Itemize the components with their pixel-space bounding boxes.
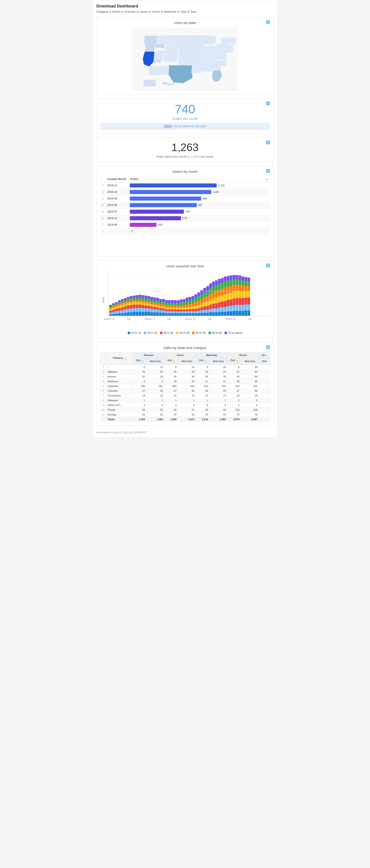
table-row: 2 Alabama 25 25 20 20 23 24 57 60 bbox=[100, 370, 270, 374]
table-row: 7 bbox=[100, 222, 105, 228]
svg-marker-29 bbox=[203, 54, 216, 60]
sort-icon: ▼ bbox=[266, 178, 268, 181]
orders-by-month-card: 🌐 Orders by month Created Month Orders ▼… bbox=[96, 166, 274, 257]
chart-bar-group bbox=[189, 297, 191, 316]
svg-marker-25 bbox=[206, 36, 216, 44]
order-items-card: 🌐 1,263 Order Items this month ▲ 1,010 L… bbox=[96, 137, 274, 162]
chart-bar-group bbox=[133, 296, 135, 316]
chart-bar-group bbox=[227, 276, 229, 316]
chart-bar-group bbox=[221, 278, 224, 316]
chart-bar-group bbox=[148, 296, 150, 316]
col-orders[interactable]: Orders ▼ bbox=[128, 176, 270, 182]
sales-by-state-table: Category ▲▼ Dresses Jeans Maternity Shor… bbox=[100, 352, 270, 422]
chart-bar-group bbox=[109, 305, 112, 316]
chart-bar-group bbox=[203, 288, 206, 316]
svg-marker-10 bbox=[164, 53, 178, 62]
page-footer: Generated on June 24, 2022 at 3:18 PM PD… bbox=[96, 429, 274, 434]
svg-marker-33 bbox=[214, 60, 221, 71]
table-row: 11 Georgia 31 32 34 34 13 13 75 76 bbox=[100, 412, 270, 417]
col-created-month: Created Month bbox=[105, 176, 128, 182]
legend-item: 20 to 29 bbox=[144, 331, 157, 335]
chart-bar-group bbox=[174, 300, 177, 316]
chart-bar-group bbox=[138, 295, 141, 316]
chart-bar-group bbox=[168, 300, 171, 316]
table-row: 6 bbox=[100, 215, 105, 222]
chart-bar-group bbox=[142, 295, 144, 316]
legend-item: 60 to 69 bbox=[208, 331, 222, 335]
orders-by-month-table: Created Month Orders ▼ 1 2019-11 1,151 2… bbox=[100, 176, 270, 235]
chart-bar-group bbox=[209, 283, 212, 316]
sales-table-card: 🌐 Sales by State and Category Category ▲… bbox=[96, 342, 274, 426]
chart-bar-group bbox=[206, 286, 209, 316]
chart-bar-group bbox=[159, 299, 162, 316]
svg-point-46 bbox=[167, 83, 171, 85]
table-row: 5 bbox=[100, 209, 105, 215]
chart-bar-group bbox=[150, 297, 153, 316]
order-items-number: 1,263 bbox=[100, 141, 270, 154]
chart-bar-group bbox=[171, 300, 174, 316]
legend-item: 70 or Above bbox=[224, 331, 242, 335]
arrow-up-icon: ▲ bbox=[187, 155, 191, 158]
chart-bar-group bbox=[215, 280, 218, 316]
svg-marker-9 bbox=[154, 51, 164, 60]
orders-month-card: 🌐 740 Orders this month 6% of 13444 for … bbox=[96, 98, 274, 134]
svg-marker-21 bbox=[192, 52, 204, 60]
svg-marker-7 bbox=[156, 35, 179, 45]
svg-marker-31 bbox=[202, 64, 209, 72]
svg-marker-35 bbox=[220, 60, 227, 66]
chart-bar-group bbox=[201, 290, 203, 316]
chart-bar-group bbox=[186, 298, 188, 316]
svg-marker-22 bbox=[192, 60, 203, 66]
y-axis-label: Users bbox=[102, 297, 105, 303]
chart-bar-group bbox=[130, 296, 132, 316]
map-container bbox=[100, 27, 270, 91]
chart-bar-group bbox=[124, 298, 127, 316]
svg-marker-43 bbox=[228, 45, 233, 50]
svg-marker-14 bbox=[178, 43, 194, 52]
svg-marker-36 bbox=[215, 54, 227, 60]
chart-bar-group bbox=[112, 303, 115, 316]
svg-marker-15 bbox=[178, 51, 193, 59]
svg-marker-3 bbox=[145, 43, 155, 52]
page-title: Download Dashboard bbox=[96, 4, 274, 9]
table-row: 1 ○ 0 11 0 14 0 18 0 38 bbox=[100, 365, 270, 370]
orders-month-label: Orders this month bbox=[100, 117, 270, 121]
chart-bar-group bbox=[245, 277, 247, 316]
users-acquired-card: 🌐 Users acquired over time Users 250 0 J… bbox=[96, 260, 274, 338]
year-bar-fill bbox=[164, 125, 172, 128]
chart-bar-group bbox=[121, 299, 124, 316]
page-subtitle: Category is Shorts or Dresses or Jeans o… bbox=[96, 10, 274, 13]
order-items-label: Order Items this month bbox=[156, 155, 186, 158]
order-items-sub: Order Items this month ▲ 1,010 Last mont… bbox=[100, 155, 270, 158]
table-row: 4 Arkansas 9 9 16 16 11 11 28 28 bbox=[100, 379, 270, 384]
chart-bar-group bbox=[115, 302, 118, 316]
chart-bar-group bbox=[242, 277, 244, 316]
chart-bar-group bbox=[224, 277, 226, 316]
svg-marker-30 bbox=[202, 60, 215, 65]
svg-marker-23 bbox=[191, 66, 203, 73]
svg-marker-41 bbox=[229, 37, 236, 44]
legend-item: 40 to 49 bbox=[176, 331, 189, 335]
chart-bar-group bbox=[247, 278, 250, 316]
users-acquired-title: Users acquired over time bbox=[100, 264, 270, 268]
svg-marker-8 bbox=[164, 45, 179, 54]
table-row: 2 bbox=[100, 189, 105, 195]
chart-bar-group bbox=[136, 295, 138, 316]
chart-bar-group bbox=[156, 298, 159, 316]
svg-marker-13 bbox=[178, 35, 194, 43]
chart-bar-group bbox=[162, 299, 165, 316]
orders-by-month-title: Orders by month bbox=[100, 169, 270, 174]
table-row: ○ bbox=[100, 228, 105, 235]
legend-item: 50 to 59 bbox=[192, 331, 205, 335]
table-row: 1 bbox=[100, 182, 105, 189]
globe-icon-6: 🌐 bbox=[266, 345, 270, 349]
chart-bar-group bbox=[165, 300, 168, 316]
svg-marker-12 bbox=[160, 65, 169, 75]
globe-icon-3: 🌐 bbox=[266, 140, 270, 145]
svg-marker-42 bbox=[226, 49, 233, 53]
chart-bar-group bbox=[177, 300, 180, 316]
users-by-state-title: Users by state bbox=[100, 21, 270, 25]
table-row: 7 Connecticut 19 19 14 15 12 13 19 19 bbox=[100, 393, 270, 398]
svg-marker-11 bbox=[149, 66, 161, 75]
globe-icon-4: 🌐 bbox=[266, 169, 270, 173]
